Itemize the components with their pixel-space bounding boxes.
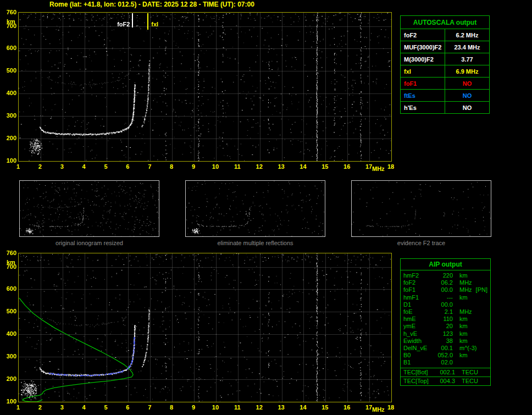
aip-table-row: hmF1---km xyxy=(401,294,490,301)
thumbnail-canvas xyxy=(20,181,159,236)
aip-param-value: 004.3 xyxy=(436,377,455,385)
autoscala-row-value: 6.2 MHz xyxy=(445,29,490,41)
x-tick-label: 10 xyxy=(209,404,222,411)
y-tick-label: 300 xyxy=(1,353,16,359)
aip-param-unit: km xyxy=(459,323,468,330)
aip-table-row: hmF2220km xyxy=(401,272,490,279)
profile-ionogram-canvas xyxy=(19,253,391,402)
x-tick-label: 15 xyxy=(318,404,331,411)
x-tick-label: 6 xyxy=(121,404,134,411)
aip-param-unit: km xyxy=(459,330,468,337)
x-tick-label: 6 xyxy=(121,163,134,170)
aip-param-unit: km xyxy=(459,272,468,279)
aip-param-label: B0 xyxy=(403,352,434,359)
x-tick-label: 7 xyxy=(143,163,156,170)
autoscala-row-label: MUF(3000)F2 xyxy=(401,41,445,53)
autoscala-row-label: foF1 xyxy=(401,78,445,90)
autoscala-row-label: M(3000)F2 xyxy=(401,53,445,65)
aip-param-unit: km xyxy=(459,352,468,359)
aip-param-unit: km xyxy=(459,316,468,323)
y-tick-label: 200 xyxy=(1,375,16,382)
x-axis-unit: MHz xyxy=(372,165,385,172)
x-tick-label: 2 xyxy=(34,163,47,170)
y-tick-label: 400 xyxy=(1,330,16,337)
aip-param-label: hmE xyxy=(403,316,434,323)
y-tick-label: 600 xyxy=(1,285,16,292)
x-axis-unit: MHz xyxy=(372,406,385,413)
aip-param-label: foF1 xyxy=(403,286,434,294)
thumbnail-caption: original ionogram resized xyxy=(19,240,159,246)
page-title: Rome (lat: +41.8, lon: 012.5) - DATE: 20… xyxy=(49,1,254,8)
aip-param-value: 02.0 xyxy=(434,359,453,366)
aip-table-body: hmF2220kmfoF206.2MHzfoF100.0MHz[PN]hmF1-… xyxy=(401,270,490,368)
x-tick-label: 4 xyxy=(77,404,91,411)
aip-param-value: 00.1 xyxy=(434,345,453,352)
aip-param-label: foE xyxy=(403,308,434,316)
y-tick-label: 760 xyxy=(1,250,16,256)
aip-param-unit: TECU xyxy=(462,368,478,377)
aip-param-flag: [PN] xyxy=(476,286,487,294)
aip-param-label: foF2 xyxy=(403,279,434,286)
aip-table-row: DelN_vE00.1m^(-3) xyxy=(401,345,490,352)
aip-param-unit: km xyxy=(459,337,468,345)
aip-table-row: foE2.1MHz xyxy=(401,308,490,316)
y-tick-label: 500 xyxy=(1,308,16,314)
aip-table-row: B0052.0km xyxy=(401,352,490,359)
x-tick-label: 13 xyxy=(275,404,288,411)
thumbnail-1 xyxy=(19,180,159,237)
aip-param-label: hmF1 xyxy=(403,294,434,301)
x-tick-label: 14 xyxy=(296,163,309,170)
autoscala-table-row: h'EsNO xyxy=(401,102,490,114)
fxI-marker-line xyxy=(147,13,148,30)
aip-table-row: ymE20km xyxy=(401,323,490,330)
x-tick-label: 9 xyxy=(187,404,200,411)
x-tick-label: 5 xyxy=(99,404,113,411)
aip-param-unit: MHz xyxy=(459,286,472,294)
autoscala-table-row: fxI6.9 MHz xyxy=(401,65,490,78)
aip-tec-row: TEC[Top]004.3TECU xyxy=(401,377,490,385)
aip-output-table: AIP outputhmF2220kmfoF206.2MHzfoF100.0MH… xyxy=(400,258,491,386)
aip-param-label: TEC[Top] xyxy=(403,377,436,385)
aip-param-value: 052.0 xyxy=(434,352,453,359)
x-tick-label: 18 xyxy=(384,163,397,170)
x-tick-label: 8 xyxy=(165,163,178,170)
aip-param-label: h_vE xyxy=(403,330,434,337)
y-axis-unit: km xyxy=(7,18,15,25)
aip-param-value: 00.0 xyxy=(434,301,453,308)
autoscala-row-label: h'Es xyxy=(401,102,445,114)
fxI-marker-label: fxI xyxy=(151,21,158,27)
thumbnail-3 xyxy=(351,180,491,237)
x-tick-label: 7 xyxy=(143,404,156,411)
main-ionogram-plot: foF2fxI xyxy=(18,12,392,162)
autoscala-row-value: 6.9 MHz xyxy=(445,65,490,78)
aip-table-title: AIP output xyxy=(401,259,490,270)
autoscala-row-label: foF2 xyxy=(401,29,445,41)
autoscala-table-row: M(3000)F23.77 xyxy=(401,53,490,65)
autoscala-table-row: foF26.2 MHz xyxy=(401,29,490,41)
x-tick-label: 12 xyxy=(253,163,266,170)
aip-tec-row: TEC[Bot]002.1TECU xyxy=(401,368,490,377)
aip-param-value: 38 xyxy=(434,337,453,345)
aip-param-label: D1 xyxy=(403,301,434,308)
foF2-marker-line xyxy=(132,13,133,27)
y-tick-label: 200 xyxy=(1,135,16,141)
autoscala-table-title: AUTOSCALA output xyxy=(401,16,490,29)
x-tick-label: 5 xyxy=(99,163,113,170)
x-tick-label: 8 xyxy=(165,404,178,411)
y-tick-label: 760 xyxy=(1,9,16,15)
autoscala-row-label: fxI xyxy=(401,65,445,78)
y-axis-unit: km xyxy=(7,259,15,265)
x-tick-label: 1 xyxy=(12,163,25,170)
aip-param-value: --- xyxy=(434,294,453,301)
aip-param-label: TEC[Bot] xyxy=(403,368,436,377)
thumbnail-caption: eliminate multiple reflections xyxy=(185,240,325,246)
autoscala-row-value: NO xyxy=(445,90,490,102)
autoscala-row-value: 3.77 xyxy=(445,53,490,65)
x-tick-label: 11 xyxy=(231,163,244,170)
aip-param-value: 220 xyxy=(434,272,453,279)
aip-table-row: foF206.2MHz xyxy=(401,279,490,286)
thumbnail-2 xyxy=(185,180,325,237)
aip-table-row: hmE110km xyxy=(401,316,490,323)
aip-param-unit: MHz xyxy=(459,279,472,286)
x-tick-label: 15 xyxy=(318,163,331,170)
